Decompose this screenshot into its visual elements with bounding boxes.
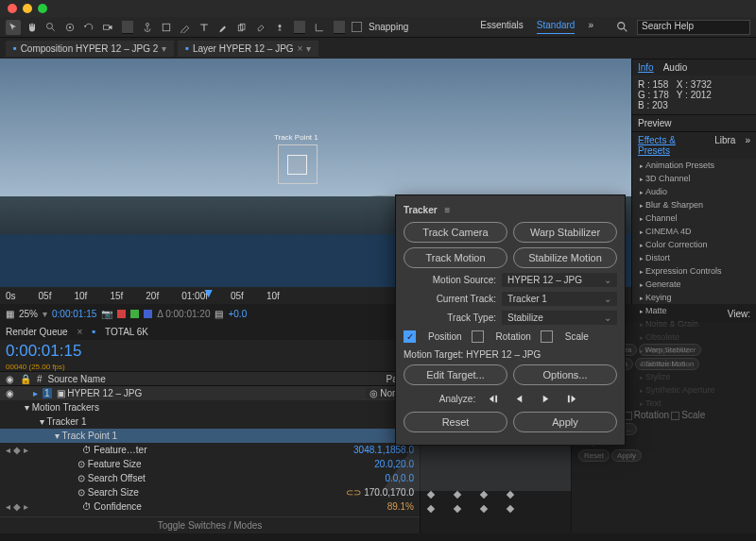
prop-row[interactable]: ⊙ Feature Size20.0,20.0 (0, 457, 420, 471)
position-checkbox[interactable] (404, 330, 416, 343)
reset-button[interactable]: Reset (404, 412, 507, 432)
minimize-window-icon[interactable] (23, 4, 32, 13)
tracker-popup: Tracker≡ Track Camera Warp Stabilizer Tr… (395, 194, 626, 446)
lock-icon[interactable]: 🔒 (20, 374, 31, 384)
chevron-down-icon[interactable]: ▾ (306, 43, 311, 54)
options-button[interactable]: Options... (513, 364, 617, 385)
workspace-essentials[interactable]: Essentials (480, 20, 524, 34)
camera-tool-icon[interactable] (100, 20, 115, 35)
text-tool-icon[interactable] (197, 20, 212, 35)
playhead-icon[interactable]: ▼ (202, 285, 215, 300)
tab-total-6k[interactable]: TOTAL 6K (105, 327, 148, 337)
tab-preview[interactable]: Preview (638, 118, 672, 128)
layer-row[interactable]: ◉ ▸ 1 ▣ HYPER 12 – JPG ◎ None ▾ (0, 386, 420, 400)
workspace-switcher: Essentials Standard » (480, 20, 593, 34)
eraser-tool-icon[interactable] (253, 20, 268, 35)
category-item[interactable]: Distort (632, 251, 756, 264)
track-motion-button[interactable]: Track Motion (404, 247, 507, 268)
channel-b-icon[interactable] (144, 310, 152, 318)
category-item[interactable]: Animation Presets (632, 159, 756, 172)
axis-mode-icon[interactable] (312, 20, 327, 35)
panel-menu-icon[interactable]: ≡ (445, 205, 451, 215)
group-motion-trackers[interactable]: ▾ Motion Trackers (0, 400, 420, 414)
prop-row[interactable]: ⊙ Search Offset0.0,0.0 (0, 471, 420, 485)
panel-tab-bar: ■ Composition HYPER 12 – JPG 2 ▾ ■ Layer… (0, 38, 756, 59)
tab-info[interactable]: Info (638, 62, 654, 73)
current-time[interactable]: 0:00:01:15 (52, 309, 96, 319)
close-window-icon[interactable] (8, 4, 17, 13)
category-item[interactable]: CINEMA 4D (632, 225, 756, 238)
search-help-input[interactable]: Search Help (637, 20, 750, 35)
category-item[interactable]: Channel (632, 211, 756, 225)
track-camera-button[interactable]: Track Camera (404, 222, 507, 243)
pen-tool-icon[interactable] (178, 20, 193, 35)
more-icon[interactable]: » (745, 135, 750, 156)
selection-tool-icon[interactable] (6, 20, 21, 35)
hand-tool-icon[interactable] (25, 20, 40, 35)
track-point-widget[interactable]: Track Point 1 (278, 144, 318, 184)
snapping-checkbox[interactable] (352, 22, 362, 32)
category-item[interactable]: 3D Channel (632, 172, 756, 185)
tab-libraries[interactable]: Libra (714, 135, 735, 156)
edit-target-button[interactable]: Edit Target... (404, 364, 507, 385)
step-back-icon[interactable] (483, 391, 502, 406)
category-item[interactable]: Expression Controls (632, 264, 756, 278)
eye-toggle-icon[interactable]: ◉ (6, 388, 14, 398)
category-item[interactable]: Keying (632, 291, 756, 304)
tracker-title: Tracker≡ (404, 203, 617, 216)
tab-effects-presets[interactable]: Effects & Presets (638, 135, 705, 156)
anchor-tool-icon[interactable] (140, 20, 155, 35)
tab-render-queue[interactable]: Render Queue (6, 327, 68, 337)
channel-r-icon[interactable] (117, 310, 126, 318)
toggle-switches-button[interactable]: Toggle Switches / Modes (0, 516, 420, 533)
view-grid-icon[interactable]: ▦ (6, 309, 14, 319)
clone-tool-icon[interactable] (234, 20, 249, 35)
rotate-tool-icon[interactable] (81, 20, 96, 35)
maximize-window-icon[interactable] (38, 4, 47, 13)
zoom-tool-icon[interactable] (43, 20, 59, 35)
channel-g-icon[interactable] (130, 310, 139, 318)
workspace-standard[interactable]: Standard (537, 20, 576, 34)
tab-audio[interactable]: Audio (663, 62, 688, 73)
brush-tool-icon[interactable] (215, 20, 231, 35)
category-item[interactable]: Color Correction (632, 238, 756, 251)
svg-point-9 (618, 22, 625, 28)
chevron-down-icon[interactable]: ▾ (162, 43, 166, 54)
group-track-point-1[interactable]: ▾ Track Point 1 (0, 429, 420, 443)
snapshot-icon[interactable]: 📷 (101, 309, 112, 319)
warp-stabilizer-button[interactable]: Warp Stabilizer (513, 222, 617, 243)
menu-icon[interactable]: ▤ (215, 309, 223, 319)
puppet-tool-icon[interactable] (272, 20, 287, 35)
scale-checkbox[interactable] (541, 330, 553, 343)
group-tracker-1[interactable]: ▾ Tracker 1 (0, 414, 420, 429)
current-track-dropdown[interactable]: Tracker 1⌄ (502, 292, 617, 306)
workspace-more-icon[interactable]: » (588, 20, 593, 34)
rotation-checkbox[interactable] (472, 330, 484, 343)
eye-icon[interactable]: ◉ (6, 374, 14, 384)
category-item[interactable]: Blur & Sharpen (632, 198, 756, 211)
zoom-level[interactable]: 25% (19, 309, 38, 319)
close-icon[interactable]: × (298, 43, 303, 54)
svg-point-2 (69, 25, 71, 27)
track-feature-region[interactable] (287, 155, 307, 175)
prop-row[interactable]: ◂ ◆ ▸⏱ Feature…ter3048.1,1858.0 (0, 443, 420, 457)
play-forward-icon[interactable] (536, 391, 555, 406)
category-item[interactable]: Audio (632, 185, 756, 198)
svg-point-4 (146, 23, 149, 25)
prop-row[interactable]: ◂ ◆ ▸⏱ Confidence89.1% (0, 499, 420, 514)
orbit-tool-icon[interactable] (62, 20, 77, 35)
track-type-dropdown[interactable]: Stabilize⌄ (502, 311, 617, 325)
play-back-icon[interactable] (509, 391, 528, 406)
step-forward-icon[interactable] (562, 391, 581, 406)
category-item[interactable]: Generate (632, 278, 756, 291)
apply-button[interactable]: Apply (513, 412, 617, 432)
shape-tool-icon[interactable] (159, 20, 174, 35)
tab-layer[interactable]: ■ Layer HYPER 12 – JPG × ▾ (178, 41, 318, 57)
column-source[interactable]: Source Name (48, 374, 106, 384)
stabilize-motion-button[interactable]: Stabilize Motion (513, 247, 617, 268)
tab-composition[interactable]: ■ Composition HYPER 12 – JPG 2 ▾ (6, 41, 174, 57)
offset-value[interactable]: +0.0 (228, 309, 247, 319)
motion-source-dropdown[interactable]: HYPER 12 – JPG⌄ (502, 273, 617, 287)
timeline-timecode[interactable]: 0:00:01:15 (0, 340, 420, 363)
prop-row[interactable]: ⊙ Search Size⊂⊃ 170.0,170.0 (0, 485, 420, 499)
